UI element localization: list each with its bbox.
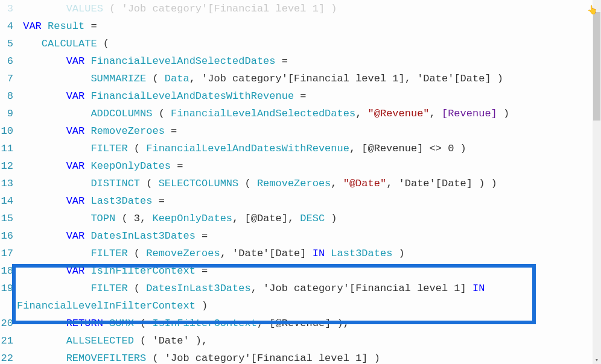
line-number: 13: [0, 175, 13, 192]
line-number: 8: [0, 87, 13, 105]
code-line[interactable]: FILTER ( RemoveZeroes, 'Date'[Date] IN L…: [17, 245, 593, 262]
code-line[interactable]: VAR RemoveZeroes =: [17, 122, 593, 140]
line-number: 14: [0, 192, 13, 210]
line-number: 7: [0, 70, 13, 87]
line-number: 21: [0, 332, 13, 350]
code-line[interactable]: VAR Last3Dates =: [17, 192, 593, 210]
line-number: 22: [0, 350, 13, 364]
vertical-scrollbar[interactable]: ▾: [593, 0, 601, 364]
code-line[interactable]: VAR KeepOnlyDates =: [17, 157, 593, 175]
code-line[interactable]: REMOVEFILTERS ( 'Job category'[Financial…: [17, 350, 593, 364]
code-line[interactable]: VAR DatesInLast3Dates =: [17, 227, 593, 245]
line-number: 20: [0, 315, 13, 332]
line-number: 19: [0, 280, 13, 297]
hand-cursor-icon: 👆: [587, 5, 597, 15]
line-number: 5: [0, 35, 13, 52]
code-line[interactable]: CALCULATE (: [17, 35, 593, 52]
line-number: 16: [0, 227, 13, 245]
line-number: 17: [0, 245, 13, 262]
code-line[interactable]: SUMMARIZE ( Data, 'Job category'[Financi…: [17, 70, 593, 87]
line-number: 4: [0, 17, 13, 35]
code-line[interactable]: FILTER ( DatesInLast3Dates, 'Job categor…: [17, 280, 593, 297]
line-number: 15: [0, 210, 13, 227]
line-number: 3: [0, 0, 13, 17]
code-line[interactable]: ADDCOLUMNS ( FinancialLevelAndSelectedDa…: [17, 105, 593, 122]
code-line[interactable]: VAR IsInFilterContext =: [17, 262, 593, 280]
line-number: 10: [0, 122, 13, 140]
line-number: [0, 297, 13, 315]
line-number: 9: [0, 105, 13, 122]
code-line[interactable]: VAR FinancialLevelAndDatesWithRevenue =: [17, 87, 593, 105]
code-line[interactable]: VALUES ( 'Job category'[Financial level …: [17, 0, 593, 17]
scrollbar-thumb[interactable]: [593, 12, 600, 121]
code-line[interactable]: RETURN SUMX ( IsInFilterContext, [@Reven…: [17, 315, 593, 332]
code-line[interactable]: FILTER ( FinancialLevelAndDatesWithReven…: [17, 140, 593, 157]
line-number: 18: [0, 262, 13, 280]
line-number-gutter: 345678910111213141516171819202122: [0, 0, 17, 364]
code-area[interactable]: VALUES ( 'Job category'[Financial level …: [17, 0, 593, 364]
code-editor[interactable]: 345678910111213141516171819202122 VALUES…: [0, 0, 593, 364]
code-line[interactable]: VAR FinancialLevelAndSelectedDates =: [17, 52, 593, 70]
line-number: 6: [0, 52, 13, 70]
line-number: 12: [0, 157, 13, 175]
code-line[interactable]: ALLSELECTED ( 'Date' ),: [17, 332, 593, 350]
code-line[interactable]: VAR Result =: [17, 17, 593, 35]
code-line[interactable]: DISTINCT ( SELECTCOLUMNS ( RemoveZeroes,…: [17, 175, 593, 192]
code-line[interactable]: TOPN ( 3, KeepOnlyDates, [@Date], DESC ): [17, 210, 593, 227]
line-number: 11: [0, 140, 13, 157]
scroll-down-arrow[interactable]: ▾: [593, 356, 601, 364]
code-line[interactable]: FinancialLevelInFilterContext ): [17, 297, 593, 315]
